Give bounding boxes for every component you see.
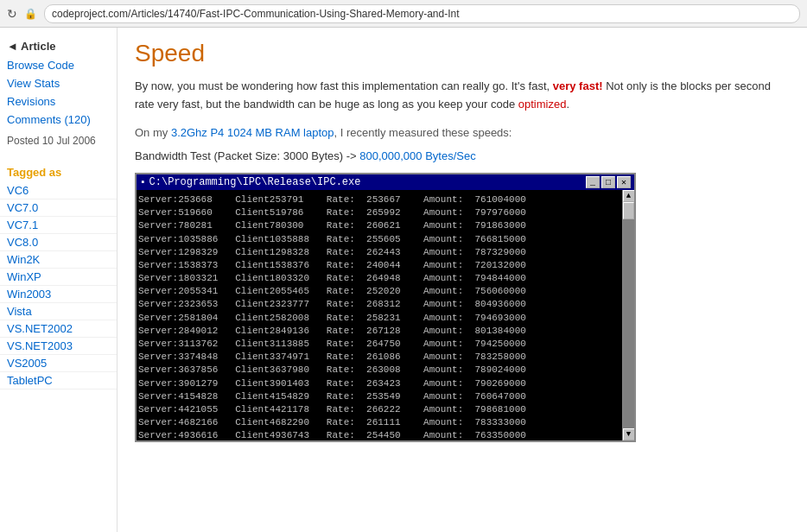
- console-minimize-button[interactable]: _: [586, 176, 600, 188]
- sidebar-item-revisions[interactable]: Revisions: [0, 92, 117, 111]
- console-line: Server:2581804 Client2582008 Rate: 25823…: [138, 312, 632, 325]
- console-line: Server:3374848 Client3374971 Rate: 26108…: [138, 351, 632, 364]
- intro-paragraph: By now, you must be wondering how fast t…: [135, 78, 790, 114]
- console-controls: _ □ ✕: [586, 176, 631, 188]
- console-line: Server:780281 Client780300 Rate: 260621 …: [138, 219, 632, 232]
- lock-icon: 🔒: [24, 8, 37, 20]
- intro-very-fast: very fast!: [553, 79, 603, 92]
- sidebar-tagged-section: Tagged as VC6 VC7.0 VC7.1 VC8.0 Win2K Wi…: [0, 157, 117, 393]
- console-line: Server:253668 Client253791 Rate: 253667 …: [138, 193, 632, 206]
- console-line: Server:1298329 Client1298328 Rate: 26244…: [138, 246, 632, 259]
- sidebar-article-label: Article: [21, 40, 55, 53]
- measured-paragraph: On my 3.2Ghz P4 1024 MB RAM laptop, I re…: [135, 124, 790, 142]
- intro-optimized: optimized: [518, 98, 567, 111]
- intro-text-end: .: [566, 98, 569, 111]
- console-line: Server:1035886 Client1035888 Rate: 25560…: [138, 233, 632, 246]
- console-line: Server:2323653 Client2323777 Rate: 26831…: [138, 298, 632, 311]
- sidebar-article-section: ◄ Article Browse Code View Stats Revisio…: [0, 28, 117, 157]
- console-line: Server:4421055 Client4421178 Rate: 26622…: [138, 403, 632, 416]
- console-restore-button[interactable]: □: [601, 176, 615, 188]
- tag-vc71[interactable]: VC7.1: [0, 217, 117, 234]
- tag-vsnet2002[interactable]: VS.NET2002: [0, 320, 117, 338]
- console-titlebar: ▪ C:\Programming\IPC\Release\IPC.exe _ □…: [137, 174, 634, 190]
- tag-vc70[interactable]: VC7.0: [0, 200, 117, 217]
- console-line: Server:4154828 Client4154829 Rate: 25354…: [138, 390, 632, 403]
- page-layout: ◄ Article Browse Code View Stats Revisio…: [0, 28, 807, 532]
- console-line: Server:3637856 Client3637980 Rate: 26300…: [138, 364, 632, 377]
- console-line: Server:1538373 Client1538376 Rate: 24004…: [138, 259, 632, 272]
- tag-vc6[interactable]: VC6: [0, 182, 117, 200]
- browser-toolbar: ↻ 🔒: [0, 0, 807, 28]
- sidebar: ◄ Article Browse Code View Stats Revisio…: [0, 28, 118, 532]
- tag-vsnet2003[interactable]: VS.NET2003: [0, 338, 117, 355]
- measured-after: , I recently measured these speeds:: [334, 126, 512, 139]
- tag-win2003[interactable]: Win2003: [0, 286, 117, 303]
- console-scrollbar[interactable]: ▲ ▼: [622, 190, 634, 440]
- sidebar-article-title: ◄ Article: [0, 35, 117, 56]
- article-heading: Speed: [135, 40, 790, 67]
- measured-hardware: 3.2Ghz P4 1024 MB RAM laptop: [171, 126, 334, 139]
- tagged-as-label: Tagged as: [0, 161, 117, 182]
- sidebar-item-view-stats[interactable]: View Stats: [0, 74, 117, 92]
- scroll-down-arrow[interactable]: ▼: [623, 428, 635, 440]
- console-line: Server:4682166 Client4682290 Rate: 26111…: [138, 416, 632, 429]
- sidebar-item-browse-code[interactable]: Browse Code: [0, 56, 117, 74]
- console-icon: ▪: [140, 177, 146, 187]
- console-close-button[interactable]: ✕: [617, 176, 631, 188]
- tag-tabletpc[interactable]: TabletPC: [0, 372, 117, 390]
- intro-text-before: By now, you must be wondering how fast t…: [135, 79, 553, 92]
- refresh-icon[interactable]: ↻: [7, 7, 17, 21]
- tag-vista[interactable]: Vista: [0, 303, 117, 320]
- console-body: Server:253668 Client253791 Rate: 253667 …: [137, 190, 634, 440]
- console-line: Server:4936616 Client4936743 Rate: 25445…: [138, 429, 632, 440]
- tag-win2k[interactable]: Win2K: [0, 251, 117, 269]
- sidebar-item-comments[interactable]: Comments (120): [0, 111, 117, 129]
- console-title: C:\Programming\IPC\Release\IPC.exe: [149, 176, 586, 188]
- measured-before: On my: [135, 126, 171, 139]
- bandwidth-before: Bandwidth Test (Packet Size: 3000 Bytes)…: [135, 149, 359, 162]
- scroll-up-arrow[interactable]: ▲: [623, 190, 635, 202]
- console-line: Server:2055341 Client2055465 Rate: 25202…: [138, 285, 632, 298]
- tag-winxp[interactable]: WinXP: [0, 269, 117, 286]
- console-line: Server:2849012 Client2849136 Rate: 26712…: [138, 325, 632, 338]
- console-line: Server:1803321 Client1803320 Rate: 26494…: [138, 272, 632, 285]
- sidebar-arrow: ◄: [7, 40, 18, 53]
- console-lines: Server:253668 Client253791 Rate: 253667 …: [138, 193, 632, 440]
- console-line: Server:3901279 Client3901403 Rate: 26342…: [138, 377, 632, 390]
- console-line: Server:3113762 Client3113885 Rate: 26475…: [138, 338, 632, 351]
- scroll-thumb[interactable]: [623, 202, 634, 219]
- main-content: Speed By now, you must be wondering how …: [118, 28, 807, 532]
- posted-date: Posted 10 Jul 2006: [0, 129, 117, 154]
- console-line: Server:519660 Client519786 Rate: 265992 …: [138, 206, 632, 219]
- bandwidth-paragraph: Bandwidth Test (Packet Size: 3000 Bytes)…: [135, 149, 790, 162]
- bandwidth-value: 800,000,000 Bytes/Sec: [359, 149, 475, 162]
- console-window: ▪ C:\Programming\IPC\Release\IPC.exe _ □…: [135, 173, 636, 442]
- scroll-track: [623, 202, 634, 428]
- address-bar[interactable]: [44, 4, 800, 23]
- tag-vc80[interactable]: VC8.0: [0, 234, 117, 251]
- tag-vs2005[interactable]: VS2005: [0, 355, 117, 372]
